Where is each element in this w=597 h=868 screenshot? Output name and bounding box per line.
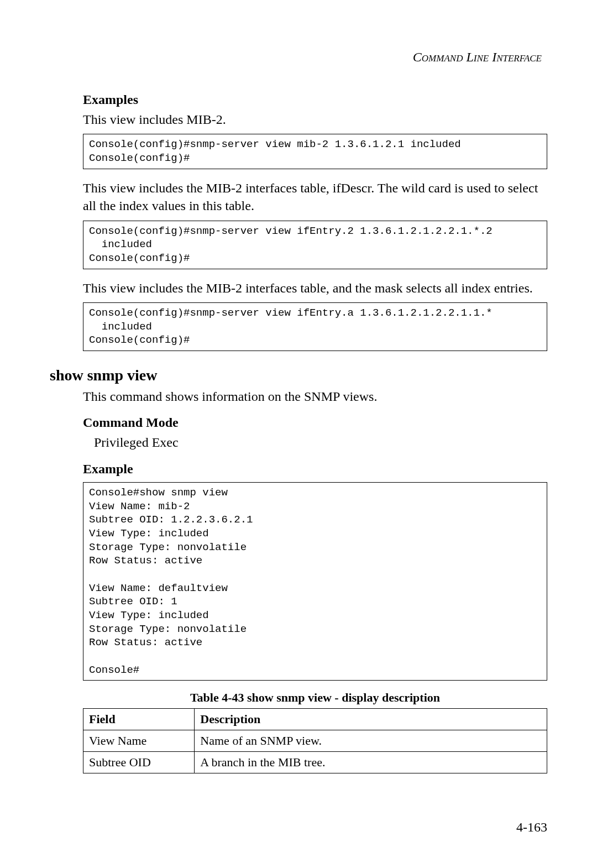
- examples-intro-3: This view includes the MIB-2 interfaces …: [83, 279, 547, 297]
- command-mode-heading: Command Mode: [83, 415, 547, 430]
- running-header-text: Command Line Interface: [413, 50, 542, 64]
- examples-heading: Examples: [83, 92, 547, 107]
- page: Command Line Interface Examples This vie…: [0, 0, 597, 868]
- examples-intro-2: This view includes the MIB-2 interfaces …: [83, 179, 547, 215]
- body-column: Examples This view includes MIB-2. Conso…: [83, 92, 547, 351]
- table-cell-field: Subtree OID: [83, 752, 195, 773]
- code-example-3: Console(config)#snmp-server view ifEntry…: [83, 302, 547, 351]
- table-row: Subtree OID A branch in the MIB tree.: [83, 752, 547, 773]
- table-cell-description: Name of an SNMP view.: [195, 730, 547, 752]
- page-number: 4-163: [516, 820, 547, 835]
- section-description: This command shows information on the SN…: [83, 388, 547, 405]
- section-body: This command shows information on the SN…: [83, 388, 547, 773]
- table-cell-field: View Name: [83, 730, 195, 752]
- code-example-show-snmp-view: Console#show snmp view View Name: mib-2 …: [83, 482, 547, 681]
- code-example-1: Console(config)#snmp-server view mib-2 1…: [83, 134, 547, 169]
- running-header: Command Line Interface: [50, 50, 547, 65]
- examples-intro-1: This view includes MIB-2.: [83, 111, 547, 128]
- table-cell-description: A branch in the MIB tree.: [195, 752, 547, 773]
- table-header-row: Field Description: [83, 709, 547, 730]
- table-caption: Table 4-43 show snmp view - display desc…: [83, 691, 547, 705]
- command-mode-value: Privileged Exec: [94, 433, 547, 451]
- table-header-field: Field: [83, 709, 195, 730]
- section-heading-show-snmp-view: show snmp view: [50, 367, 547, 384]
- example-heading: Example: [83, 462, 547, 477]
- display-description-table: Field Description View Name Name of an S…: [83, 708, 547, 773]
- table-row: View Name Name of an SNMP view.: [83, 730, 547, 752]
- code-example-2: Console(config)#snmp-server view ifEntry…: [83, 221, 547, 269]
- table-header-description: Description: [195, 709, 547, 730]
